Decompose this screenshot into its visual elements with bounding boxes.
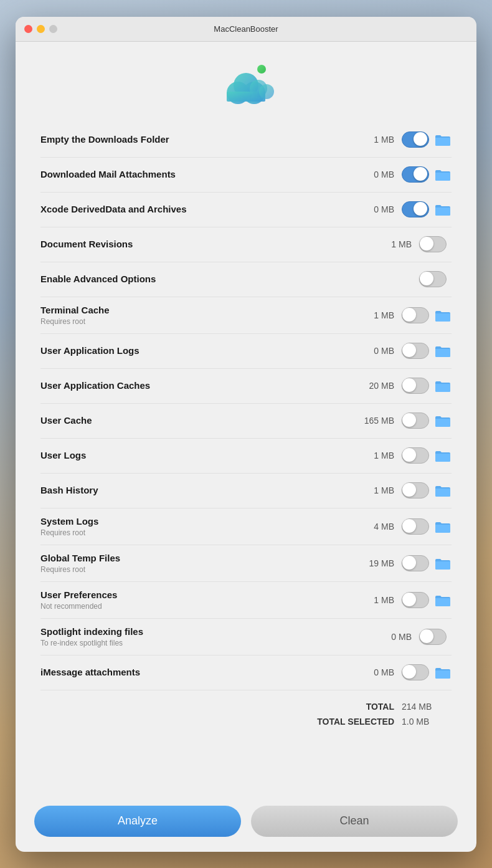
toggle-knob-xcode-derived <box>414 202 427 216</box>
row-title-spotlight: Spotlight indexing files <box>40 626 368 637</box>
svg-point-6 <box>257 65 266 74</box>
toggle-knob-terminal-cache <box>402 308 416 322</box>
total-row: TOTAL 214 MB <box>40 699 452 714</box>
folder-icon-user-app-caches[interactable] <box>434 379 452 393</box>
toggle-empty-downloads[interactable] <box>402 131 429 148</box>
folder-icon-system-logs[interactable] <box>434 520 452 533</box>
row-size-global-temp: 19 MB <box>351 558 394 568</box>
row-xcode-derived: Xcode DerivedData and Archives0 MB <box>40 193 452 227</box>
row-info-global-temp: Global Temp FilesRequires root <box>40 553 351 574</box>
row-title-downloaded-mail: Downloaded Mail Attachments <box>40 169 351 180</box>
toggle-spotlight[interactable] <box>419 629 447 645</box>
toggle-global-temp[interactable] <box>402 555 429 571</box>
row-info-user-app-logs: User Application Logs <box>40 345 351 356</box>
row-info-xcode-derived: Xcode DerivedData and Archives <box>40 204 351 215</box>
folder-icon-user-cache[interactable] <box>434 414 452 427</box>
row-size-downloaded-mail: 0 MB <box>351 169 394 179</box>
toggle-knob-downloaded-mail <box>414 167 427 181</box>
total-selected-value: 1.0 MB <box>402 717 452 727</box>
folder-icon-user-logs[interactable] <box>434 449 452 462</box>
folder-icon-xcode-derived[interactable] <box>434 203 452 216</box>
buttons-area: Analyze Clean <box>16 796 476 852</box>
row-subtitle-global-temp: Requires root <box>40 565 351 574</box>
folder-icon-terminal-cache[interactable] <box>434 308 452 322</box>
toggle-downloaded-mail[interactable] <box>402 166 429 183</box>
row-terminal-cache: Terminal CacheRequires root1 MB <box>40 297 452 334</box>
row-size-user-logs: 1 MB <box>351 451 394 460</box>
folder-icon-user-preferences[interactable] <box>434 593 452 607</box>
toggle-imessage[interactable] <box>402 664 429 680</box>
toggle-knob-system-logs <box>402 519 416 533</box>
row-info-system-logs: System LogsRequires root <box>40 516 351 537</box>
toggle-system-logs[interactable] <box>402 518 429 535</box>
row-info-empty-downloads: Empty the Downloads Folder <box>40 134 351 145</box>
folder-icon-bash-history[interactable] <box>434 484 452 497</box>
toggle-knob-bash-history <box>402 483 416 497</box>
row-size-xcode-derived: 0 MB <box>351 204 394 214</box>
toggle-user-preferences[interactable] <box>402 592 429 608</box>
minimize-button[interactable] <box>37 25 45 33</box>
row-title-empty-downloads: Empty the Downloads Folder <box>40 134 351 145</box>
toggle-knob-global-temp <box>402 556 416 570</box>
row-title-user-app-caches: User Application Caches <box>40 380 351 391</box>
row-size-spotlight: 0 MB <box>368 632 412 642</box>
logo-area <box>16 42 476 117</box>
row-info-user-logs: User Logs <box>40 450 351 461</box>
toggle-user-cache[interactable] <box>402 413 429 429</box>
toggle-user-app-caches[interactable] <box>402 378 429 394</box>
app-logo <box>212 54 280 110</box>
row-size-user-cache: 165 MB <box>351 416 394 426</box>
toggle-advanced-options[interactable] <box>419 271 447 287</box>
toggle-knob-user-logs <box>402 448 416 462</box>
total-label: TOTAL <box>366 702 394 712</box>
row-info-terminal-cache: Terminal CacheRequires root <box>40 305 351 326</box>
folder-icon-downloaded-mail[interactable] <box>434 168 452 181</box>
row-info-imessage: iMessage attachments <box>40 667 351 678</box>
svg-point-5 <box>259 84 274 99</box>
toggle-bash-history[interactable] <box>402 482 429 498</box>
toggle-knob-spotlight <box>420 629 433 643</box>
total-selected-row: TOTAL SELECTED 1.0 MB <box>40 714 452 729</box>
row-downloaded-mail: Downloaded Mail Attachments0 MB <box>40 158 452 193</box>
toggle-user-app-logs[interactable] <box>402 343 429 359</box>
row-info-user-cache: User Cache <box>40 415 351 426</box>
row-title-system-logs: System Logs <box>40 516 351 527</box>
row-size-bash-history: 1 MB <box>351 485 394 495</box>
total-selected-label: TOTAL SELECTED <box>317 717 394 727</box>
row-subtitle-terminal-cache: Requires root <box>40 317 351 326</box>
folder-icon-user-app-logs[interactable] <box>434 344 452 358</box>
folder-icon-imessage[interactable] <box>434 665 452 679</box>
toggle-terminal-cache[interactable] <box>402 307 429 323</box>
toggle-knob-empty-downloads <box>414 132 427 146</box>
row-spotlight: Spotlight indexing filesTo re-index spot… <box>40 619 452 656</box>
toggle-knob-user-cache <box>402 413 416 427</box>
row-info-user-app-caches: User Application Caches <box>40 380 351 391</box>
row-user-cache: User Cache165 MB <box>40 404 452 439</box>
toggle-xcode-derived[interactable] <box>402 201 429 217</box>
clean-button[interactable]: Clean <box>251 806 458 837</box>
row-user-preferences: User PreferencesNot recommended1 MB <box>40 582 452 619</box>
content-area: Empty the Downloads Folder1 MB Downloade… <box>16 117 476 796</box>
row-bash-history: Bash History1 MB <box>40 474 452 508</box>
toggle-knob-advanced-options <box>420 272 433 285</box>
row-title-bash-history: Bash History <box>40 485 351 496</box>
close-button[interactable] <box>24 25 32 33</box>
app-window: MacCleanBooster <box>16 17 476 852</box>
folder-icon-empty-downloads[interactable] <box>434 133 452 146</box>
toggle-user-logs[interactable] <box>402 447 429 464</box>
toggle-knob-user-app-caches <box>402 378 416 392</box>
analyze-button[interactable]: Analyze <box>34 806 241 837</box>
row-info-advanced-options: Enable Advanced Options <box>40 274 368 285</box>
zoom-button[interactable] <box>49 25 57 33</box>
row-info-user-preferences: User PreferencesNot recommended <box>40 589 351 611</box>
titlebar: MacCleanBooster <box>16 17 476 42</box>
row-document-revisions: Document Revisions1 MB <box>40 227 452 262</box>
totals-section: TOTAL 214 MB TOTAL SELECTED 1.0 MB <box>40 690 452 732</box>
toggle-knob-user-app-logs <box>402 343 416 357</box>
toggle-knob-imessage <box>402 665 416 679</box>
window-title: MacCleanBooster <box>214 24 278 34</box>
row-subtitle-spotlight: To re-index spotlight files <box>40 639 368 647</box>
toggle-document-revisions[interactable] <box>419 236 447 252</box>
folder-icon-global-temp[interactable] <box>434 556 452 570</box>
row-title-global-temp: Global Temp Files <box>40 553 351 564</box>
